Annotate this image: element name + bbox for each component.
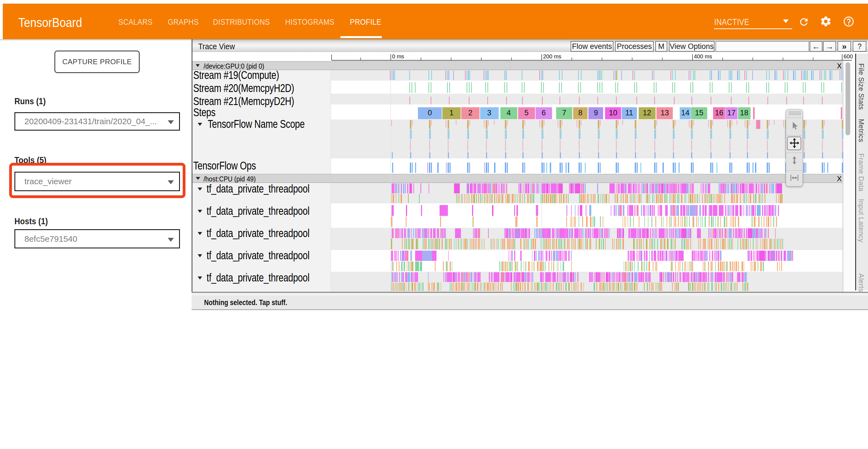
svg-text:13: 13 [660,109,669,117]
svg-text:16: 16 [715,109,723,117]
svg-text:0: 0 [428,109,432,117]
svg-text:15: 15 [695,109,703,117]
svg-text:17: 17 [727,109,736,117]
svg-text:200 ms: 200 ms [543,53,561,59]
svg-text:5: 5 [524,109,528,117]
svg-text:400 ms: 400 ms [694,53,712,59]
svg-text:8: 8 [578,109,582,117]
svg-text:0 ms: 0 ms [392,53,404,59]
svg-text:10: 10 [609,109,617,117]
svg-text:2: 2 [468,109,472,117]
svg-text:14: 14 [681,109,689,117]
svg-text:6: 6 [541,109,546,117]
svg-text:18: 18 [740,109,748,117]
svg-text:4: 4 [506,109,510,117]
svg-text:1: 1 [449,109,454,117]
svg-text:12: 12 [643,109,651,117]
svg-text:11: 11 [625,109,633,117]
svg-text:9: 9 [594,109,598,117]
svg-text:3: 3 [487,109,491,117]
svg-text:600: 600 [843,53,853,59]
svg-text:7: 7 [562,109,566,117]
